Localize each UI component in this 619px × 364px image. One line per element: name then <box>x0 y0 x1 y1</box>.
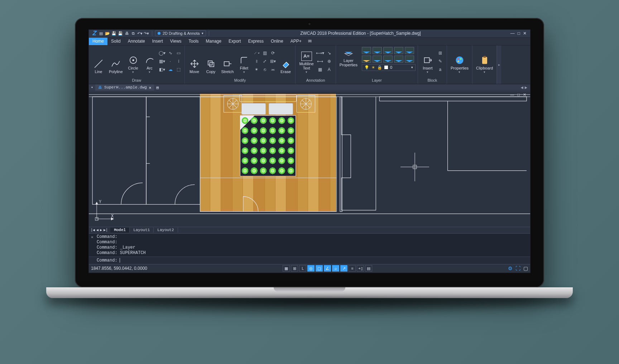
tab-manage[interactable]: Manage <box>202 38 225 45</box>
text-style-icon[interactable]: A <box>326 66 333 73</box>
settings-icon[interactable]: ⚙ <box>508 265 513 271</box>
fillet-button[interactable]: Fillet <box>236 48 251 75</box>
tab-export[interactable]: Export <box>225 38 245 45</box>
tab-next-icon[interactable]: ▶ <box>524 85 528 90</box>
tab-tools[interactable]: Tools <box>185 38 202 45</box>
layerstate-6[interactable] <box>362 56 371 63</box>
ellipse-icon[interactable]: ◯▾ <box>159 49 166 57</box>
toggle-ortho[interactable]: L <box>299 265 306 272</box>
join-icon[interactable]: ⫘ <box>269 66 277 73</box>
toggle-annoscale[interactable]: ▤ <box>365 265 372 272</box>
block-create-icon[interactable]: ⊞ <box>437 49 444 57</box>
mirror-icon[interactable]: ▥ <box>261 49 268 57</box>
tab-app[interactable]: APP+ <box>287 38 305 45</box>
close-tab-icon[interactable]: ✕ <box>149 85 152 90</box>
tab-annotate[interactable]: Annotate <box>124 38 149 45</box>
trim-icon[interactable]: ⟋▾ <box>253 49 260 57</box>
layerstate-9[interactable] <box>394 56 403 63</box>
stretch-button[interactable]: Stretch <box>220 48 235 75</box>
workspace-switcher[interactable]: 2D Drafting & Annota ▾ <box>155 30 206 36</box>
divide-icon[interactable]: ⁞ <box>175 58 182 65</box>
spline-icon[interactable]: ∿ <box>167 49 174 57</box>
ribbon-collapse[interactable]: ▸ <box>497 46 501 84</box>
mail-icon[interactable]: ✉ <box>305 38 315 45</box>
toggle-scale[interactable]: +▯ <box>357 265 364 272</box>
region-icon[interactable]: ◧▾ <box>159 66 166 73</box>
toggle-polar[interactable]: ◎ <box>307 265 315 272</box>
layout-first-icon[interactable]: |◀ <box>90 228 95 232</box>
minimize-button[interactable]: — <box>510 31 515 36</box>
leader-icon[interactable]: ↘ <box>326 49 333 57</box>
toggle-osnap[interactable]: ▢ <box>316 265 323 272</box>
new-doc-icon[interactable]: ▤ <box>156 85 159 90</box>
qat-redo-icon[interactable]: ↷▾ <box>143 31 149 36</box>
point-icon[interactable]: · <box>167 58 174 65</box>
copy-button[interactable]: Copy <box>203 48 219 75</box>
layout-next-icon[interactable]: ▶ <box>100 228 102 232</box>
block-attr-icon[interactable]: a <box>437 66 444 73</box>
tab-prev-icon[interactable]: ◀ <box>520 85 524 90</box>
clipboard-button[interactable]: Clipboard <box>475 48 494 75</box>
toggle-dyn[interactable]: ⌕ <box>332 265 339 272</box>
hatch-icon[interactable]: ▦▾ <box>159 58 166 65</box>
circle-button[interactable]: Circle <box>126 48 141 75</box>
qat-preview-icon[interactable]: ⧉ <box>130 31 136 36</box>
maximize-button[interactable]: □ <box>518 31 520 36</box>
qat-undo-icon[interactable]: ↶▾ <box>137 31 143 36</box>
erase-button[interactable]: Erase <box>278 48 293 75</box>
document-tab[interactable]: 🖶 SuperH...ample.dwg ✕ <box>95 85 154 91</box>
table-icon[interactable]: ▦ <box>317 66 324 73</box>
mtext-button[interactable]: A≡ Multiline Text <box>298 48 315 75</box>
scale-icon[interactable]: ⤢ <box>261 58 268 65</box>
wipeout-icon[interactable]: ⬚ <box>175 66 182 73</box>
layout-tab-2[interactable]: Layout2 <box>154 227 178 233</box>
doctab-menu-icon[interactable]: ▾ <box>91 85 93 90</box>
toggle-grid[interactable]: ▦ <box>283 265 290 272</box>
cmd-close-icon[interactable]: ✕ <box>91 235 93 240</box>
rect-icon[interactable]: ▭ <box>175 49 182 57</box>
tab-home[interactable]: Home <box>89 38 107 45</box>
explode-icon[interactable]: ✶ <box>253 66 260 73</box>
drawing-area[interactable]: — □ ✕ <box>89 91 530 227</box>
qat-new-icon[interactable]: ▤ <box>98 31 104 36</box>
toggle-lwt[interactable]: ↗ <box>340 265 347 272</box>
cleanscreen-icon[interactable]: ▢ <box>523 265 528 271</box>
rotate-icon[interactable]: ⟳ <box>269 49 277 57</box>
layer-dropdown[interactable]: 💡 ☀ 🔒 0 ▾ <box>362 64 416 71</box>
layerstate-5[interactable] <box>405 47 414 54</box>
dim-style-icon[interactable]: ⟷ <box>317 58 324 65</box>
command-input[interactable] <box>122 258 527 263</box>
tab-views[interactable]: Views <box>167 38 185 45</box>
tab-online[interactable]: Online <box>267 38 287 45</box>
qat-save-icon[interactable]: 💾 <box>111 31 117 36</box>
toggle-otrack[interactable]: ∠ <box>324 265 331 272</box>
layout-prev-icon[interactable]: ◀ <box>96 228 99 232</box>
layerstate-4[interactable] <box>394 47 403 54</box>
break-icon[interactable]: ⎋ <box>261 66 268 73</box>
app-logo[interactable]: Ꮓ <box>90 30 98 37</box>
qat-plot-icon[interactable]: 🖶 <box>124 31 130 36</box>
qat-saveas-icon[interactable]: 💾 <box>117 31 123 36</box>
dim-linear-icon[interactable]: ⟷▾ <box>317 49 324 57</box>
layerstate-7[interactable] <box>373 56 382 63</box>
block-edit-icon[interactable]: ✎ <box>437 58 444 65</box>
line-button[interactable]: Line <box>91 48 106 75</box>
layout-last-icon[interactable]: ▶| <box>103 228 108 232</box>
tab-solid[interactable]: Solid <box>107 38 124 45</box>
close-button[interactable]: ✕ <box>523 31 527 36</box>
layout-tab-1[interactable]: Layout1 <box>130 227 154 233</box>
layout-tab-model[interactable]: Model <box>110 227 130 233</box>
layerstate-1[interactable] <box>362 47 371 54</box>
offset-icon[interactable]: ⫴ <box>253 58 260 65</box>
layerstate-8[interactable] <box>383 56 393 63</box>
move-button[interactable]: Move <box>187 48 202 75</box>
arc-button[interactable]: Arc <box>142 48 157 75</box>
tab-express[interactable]: Express <box>245 38 267 45</box>
layerstate-2[interactable] <box>373 47 382 54</box>
toggle-gridsnap[interactable]: ⊞ <box>291 265 298 272</box>
properties-button[interactable]: Properties <box>449 48 470 75</box>
polyline-button[interactable]: Polyline <box>107 48 124 75</box>
layerprops-button[interactable]: Layer Properties <box>338 47 359 68</box>
qat-open-icon[interactable]: 📂 <box>105 31 110 36</box>
toggle-model[interactable]: ≡ <box>349 265 356 272</box>
